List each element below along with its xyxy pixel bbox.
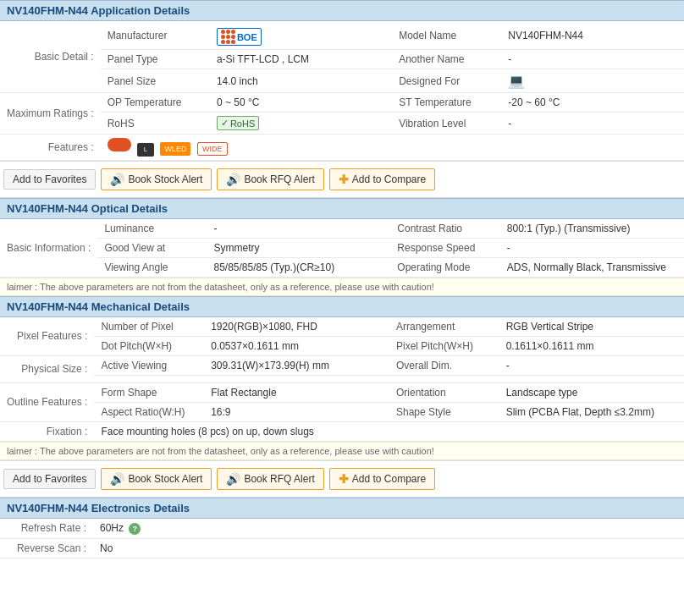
num-pixel-label: Number of Pixel [94, 317, 204, 337]
plus-icon-1: ✚ [339, 173, 349, 186]
rohs-badge: ✓ RoHS [217, 116, 259, 130]
speaker-icon-4: 🔊 [226, 472, 240, 486]
contrast-value: 800:1 (Typ.) (Transmissive) [500, 219, 684, 239]
active-viewing-label: Active Viewing [94, 355, 204, 375]
rohs-value: ✓ RoHS [210, 113, 392, 135]
book-stock-alert-button-1[interactable]: 🔊 Book Stock Alert [101, 168, 212, 190]
response-label: Response Speed [390, 238, 500, 257]
vibration-value: - [501, 113, 684, 135]
laptop-icon: 💻 [508, 74, 525, 88]
outline-features-label: Outline Features : [0, 382, 94, 421]
book-stock-alert-button-2[interactable]: 🔊 Book Stock Alert [101, 468, 212, 490]
action-bar-1: Add to Favorites 🔊 Book Stock Alert 🔊 Bo… [0, 161, 684, 198]
dot-pitch-label: Dot Pitch(W×H) [94, 336, 204, 355]
panel-type-value: a-Si TFT-LCD , LCM [210, 50, 392, 69]
orientation-value: Landscape type [499, 382, 684, 402]
refresh-rate-info-icon[interactable]: ? [129, 523, 141, 535]
operating-value: ADS, Normally Black, Transmissive [500, 257, 684, 277]
shape-style-value: Slim (PCBA Flat, Depth ≤3.2mm) [499, 402, 684, 421]
num-pixel-value: 1920(RGB)×1080, FHD [204, 317, 389, 337]
overall-dim-label: Overall Dim. [389, 355, 499, 375]
basic-detail-label: Basic Detail : [0, 21, 101, 93]
dot-pitch-value: 0.0537×0.1611 mm [204, 336, 389, 355]
manufacturer-label: Manufacturer [101, 21, 210, 50]
good-view-label: Good View at [97, 238, 207, 257]
tft-icon [108, 138, 131, 151]
st-temp-value: -20 ~ 60 °C [501, 93, 684, 113]
model-name-label: Model Name [392, 21, 501, 50]
l-icon: L [137, 143, 154, 157]
action-bar-2: Add to Favorites 🔊 Book Stock Alert 🔊 Bo… [0, 460, 684, 498]
aspect-ratio-value: 16:9 [204, 402, 389, 421]
speaker-icon-3: 🔊 [110, 472, 124, 486]
reverse-scan-label: Reverse Scan : [0, 538, 93, 558]
designed-for-value: 💻 [501, 69, 684, 93]
electronics-details-header: NV140FHM-N44 Electronics Details [0, 498, 684, 519]
operating-label: Operating Mode [390, 257, 500, 277]
book-rfq-alert-button-2[interactable]: 🔊 Book RFQ Alert [217, 468, 323, 490]
rohs-label: RoHS [101, 113, 210, 135]
fixation-label: Fixation : [0, 421, 94, 441]
speaker-icon-1: 🔊 [110, 173, 124, 186]
panel-type-label: Panel Type [101, 50, 210, 69]
panel-size-label: Panel Size [101, 69, 210, 93]
pixel-pitch-value: 0.1611×0.1611 mm [499, 336, 684, 355]
arrangement-label: Arrangement [389, 317, 499, 337]
basic-info-label: Basic Information : [0, 219, 97, 278]
pixel-features-label: Pixel Features : [0, 317, 94, 356]
vibration-label: Vibration Level [392, 113, 501, 135]
orientation-label: Orientation [389, 382, 499, 402]
form-shape-label: Form Shape [94, 382, 204, 402]
manufacturer-value: BOE [210, 21, 392, 50]
contrast-label: Contrast Ratio [390, 219, 500, 239]
wled-icon: WLED [160, 142, 190, 156]
op-temp-label: OP Temperature [101, 93, 210, 113]
designed-for-label: Designed For [392, 69, 501, 93]
optical-disclaimer: laimer : The above parameters are not fr… [0, 278, 684, 296]
refresh-rate-label: Refresh Rate : [0, 519, 93, 539]
plus-icon-2: ✚ [339, 472, 349, 486]
another-name-label: Another Name [392, 50, 501, 69]
overall-dim-value: - [499, 355, 684, 375]
shape-style-label: Shape Style [389, 402, 499, 421]
features-icons: L WLED WIDE [101, 135, 684, 161]
viewing-label: Viewing Angle [97, 257, 207, 277]
form-shape-value: Flat Rectangle [204, 382, 389, 402]
add-to-compare-button-2[interactable]: ✚ Add to Compare [329, 468, 435, 490]
app-details-header: NV140FHM-N44 Application Details [0, 0, 684, 21]
mechanical-details-header: NV140FHM-N44 Mechanical Details [0, 296, 684, 317]
speaker-icon-2: 🔊 [226, 173, 240, 186]
pixel-pitch-label: Pixel Pitch(W×H) [389, 336, 499, 355]
optical-details-header: NV140FHM-N44 Optical Details [0, 198, 684, 219]
arrangement-value: RGB Vertical Stripe [499, 317, 684, 337]
fixation-value: Face mounting holes (8 pcs) on up, down … [94, 421, 684, 441]
luminance-value: - [207, 219, 390, 239]
book-rfq-alert-button-1[interactable]: 🔊 Book RFQ Alert [217, 168, 323, 190]
op-temp-value: 0 ~ 50 °C [210, 93, 392, 113]
wide-icon: WIDE [197, 142, 228, 156]
response-value: - [500, 238, 684, 257]
aspect-ratio-label: Aspect Ratio(W:H) [94, 402, 204, 421]
panel-size-value: 14.0 inch [210, 69, 392, 93]
max-ratings-label: Maximum Ratings : [0, 93, 101, 135]
refresh-rate-value: 60Hz ? [93, 519, 684, 539]
st-temp-label: ST Temperature [392, 93, 501, 113]
viewing-value: 85/85/85/85 (Typ.)(CR≥10) [207, 257, 390, 277]
add-to-favorites-button-1[interactable]: Add to Favorites [3, 169, 96, 190]
add-to-favorites-button-2[interactable]: Add to Favorites [3, 469, 96, 489]
add-to-compare-button-1[interactable]: ✚ Add to Compare [329, 168, 435, 190]
boe-logo: BOE [217, 28, 262, 46]
model-name-value: NV140FHM-N44 [501, 21, 684, 50]
active-viewing-value: 309.31(W)×173.99(H) mm [204, 355, 389, 375]
luminance-label: Luminance [97, 219, 207, 239]
mechanical-disclaimer: laimer : The above parameters are not fr… [0, 442, 684, 460]
features-label: Features : [0, 135, 101, 161]
physical-size-label: Physical Size : [0, 355, 94, 382]
good-view-value: Symmetry [207, 238, 390, 257]
reverse-scan-value: No [93, 538, 684, 558]
another-name-value: - [501, 50, 684, 69]
